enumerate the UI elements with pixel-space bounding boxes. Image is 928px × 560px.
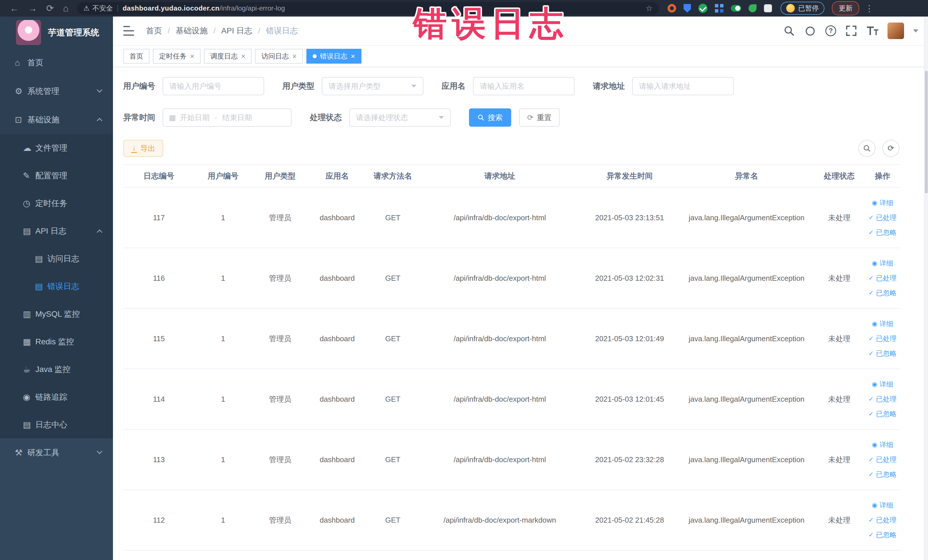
mark-ignored-link[interactable]: ✓ 已忽略: [868, 228, 896, 237]
chevron-up-icon: [97, 229, 102, 235]
browser-forward-icon[interactable]: →: [28, 4, 37, 13]
reset-button[interactable]: ⟳ 重置: [519, 108, 560, 127]
app-title: 芋道管理系统: [48, 27, 99, 38]
cell-exception-name: java.lang.IllegalArgumentException: [679, 429, 814, 490]
detail-link[interactable]: ◉ 详细: [872, 440, 893, 449]
browser-back-icon[interactable]: ←: [10, 4, 19, 13]
close-icon[interactable]: ×: [351, 52, 355, 60]
active-tab-dot: [313, 54, 317, 58]
address-bar[interactable]: ⚠ 不安全 dashboard.yudao.iocoder.cn /infra/…: [77, 2, 659, 15]
browser-home-icon[interactable]: ⌂: [63, 4, 69, 13]
extension-switch-icon[interactable]: [731, 5, 741, 12]
mark-processed-link[interactable]: ✓ 已处理: [868, 334, 896, 343]
sidebar-item-scheduled-jobs[interactable]: ◷ 定时任务: [0, 189, 113, 217]
detail-link[interactable]: ◉ 详细: [872, 500, 893, 510]
tab-schedule-log[interactable]: 调度日志 ×: [204, 49, 252, 64]
mark-processed-link[interactable]: ✓ 已处理: [868, 395, 896, 404]
extension-shield-icon[interactable]: [684, 4, 691, 12]
monitor-icon: ⊡: [15, 116, 27, 124]
close-icon[interactable]: ×: [292, 52, 296, 60]
cell-status: 未处理: [814, 308, 865, 369]
sidebar-item-file-management[interactable]: ☁ 文件管理: [0, 134, 113, 162]
github-icon[interactable]: [804, 25, 816, 37]
help-icon[interactable]: ?: [825, 25, 836, 36]
mark-ignored-link[interactable]: ✓ 已忽略: [868, 409, 896, 418]
mark-ignored-link[interactable]: ✓ 已忽略: [868, 530, 896, 539]
search-button[interactable]: 搜索: [469, 108, 511, 127]
filter-process-status: 处理状态 请选择处理状态: [310, 108, 451, 127]
sidebar-item-api-log[interactable]: ▤ API 日志: [0, 217, 113, 245]
browser-reload-icon[interactable]: ⟳: [46, 4, 54, 13]
request-url-input[interactable]: [632, 77, 734, 95]
sidebar-item-java-monitor[interactable]: ☕ Java 监控: [0, 356, 113, 383]
app-name-input[interactable]: [473, 77, 575, 95]
export-button[interactable]: ↓ 导出: [123, 140, 163, 157]
avatar-caret-icon[interactable]: [913, 29, 918, 32]
close-icon[interactable]: ×: [190, 52, 194, 60]
home-icon: ⌂: [15, 58, 27, 67]
extension-ring-icon[interactable]: [667, 4, 676, 12]
security-label[interactable]: 不安全: [92, 4, 113, 13]
cell-exception-time: 2021-05-03 12:01:49: [580, 308, 679, 369]
tab-error-log[interactable]: 错误日志 ×: [307, 49, 362, 64]
page-scrollbar[interactable]: [924, 17, 928, 560]
search-icon[interactable]: [783, 25, 795, 37]
error-log-table: 日志编号 用户编号 用户类型 应用名 请求方法名 请求地址 异常发生时间 异常名…: [123, 164, 900, 551]
tab-access-log[interactable]: 访问日志 ×: [255, 49, 303, 64]
fullscreen-icon[interactable]: [845, 25, 857, 37]
sidebar-item-dev-tools[interactable]: ⚒ 研发工具: [0, 438, 113, 467]
close-icon[interactable]: ×: [241, 52, 245, 60]
browser-menu-kebab-icon[interactable]: ⋮: [865, 3, 873, 14]
mark-ignored-link[interactable]: ✓ 已忽略: [868, 288, 896, 298]
sidebar-item-access-log[interactable]: ▤ 访问日志: [0, 245, 113, 272]
browser-update-button[interactable]: 更新: [832, 1, 859, 15]
detail-link[interactable]: ◉ 详细: [872, 380, 893, 389]
mark-ignored-link[interactable]: ✓ 已忽略: [868, 349, 896, 358]
sidebar-item-home[interactable]: ⌂ 首页: [0, 49, 113, 77]
mark-ignored-link[interactable]: ✓ 已忽略: [868, 470, 896, 479]
mark-processed-link[interactable]: ✓ 已处理: [868, 516, 896, 525]
detail-link[interactable]: ◉ 详细: [872, 259, 893, 268]
sidebar-item-infrastructure[interactable]: ⊡ 基础设施: [0, 105, 113, 134]
sidebar-item-redis-monitor[interactable]: ▦ Redis 监控: [0, 328, 113, 356]
bookmark-star-icon[interactable]: ☆: [646, 4, 653, 13]
user-id-input[interactable]: [163, 77, 264, 95]
extensions-puzzle-icon[interactable]: [764, 4, 772, 12]
extension-leaf-icon[interactable]: [749, 4, 757, 12]
scrollbar-thumb[interactable]: [925, 71, 928, 194]
filter-row-2: 异常时间 ▦ 开始日期 - 结束日期 处理状态 请选择处理状态 搜索 ⟳ 重置: [123, 108, 899, 127]
extension-check-icon[interactable]: [698, 4, 707, 13]
ignored-link-label: 已忽略: [876, 349, 897, 358]
breadcrumb-infrastructure[interactable]: 基础设施: [176, 25, 208, 36]
check-icon: ✓: [868, 517, 873, 523]
sidebar-item-trace[interactable]: ◉ 链路追踪: [0, 383, 113, 411]
cell-request-url: /api/infra/db-doc/export-html: [420, 248, 580, 308]
sidebar-item-error-log[interactable]: ▤ 错误日志: [0, 272, 113, 300]
detail-link[interactable]: ◉ 详细: [872, 198, 893, 208]
sidebar-item-mysql-monitor[interactable]: ▥ MySQL 监控: [0, 300, 113, 328]
mark-processed-link[interactable]: ✓ 已处理: [868, 455, 896, 464]
cell-app-name: dashboard: [309, 308, 366, 369]
user-type-select[interactable]: 请选择用户类型: [322, 77, 423, 95]
exception-time-range-picker[interactable]: ▦ 开始日期 - 结束日期: [163, 108, 292, 127]
sidebar-collapse-icon[interactable]: [123, 26, 135, 36]
tab-home[interactable]: 首页: [123, 49, 150, 64]
profile-paused-badge[interactable]: 已暂停: [780, 2, 824, 15]
user-avatar[interactable]: [887, 23, 904, 39]
mark-processed-link[interactable]: ✓ 已处理: [868, 213, 896, 222]
url-domain: dashboard.yudao.iocoder.cn: [123, 4, 220, 12]
breadcrumb-api-log[interactable]: API 日志: [221, 25, 252, 36]
toggle-search-button[interactable]: [858, 140, 876, 157]
mark-processed-link[interactable]: ✓ 已处理: [868, 273, 896, 283]
sidebar-item-config-management[interactable]: ✎ 配置管理: [0, 162, 113, 189]
app-logo[interactable]: 芋道管理系统: [0, 17, 113, 49]
process-status-select[interactable]: 请选择处理状态: [349, 108, 451, 127]
sidebar-item-log-center[interactable]: ▤ 日志中心: [0, 411, 113, 438]
detail-link[interactable]: ◉ 详细: [872, 319, 893, 328]
breadcrumb-home[interactable]: 首页: [146, 25, 162, 36]
extension-grid-icon[interactable]: [715, 4, 723, 12]
tab-scheduled-jobs[interactable]: 定时任务 ×: [153, 49, 200, 64]
refresh-table-button[interactable]: ⟳: [882, 140, 899, 157]
sidebar-item-system-management[interactable]: ⚙ 系统管理: [0, 77, 113, 105]
font-size-icon[interactable]: [866, 25, 878, 37]
